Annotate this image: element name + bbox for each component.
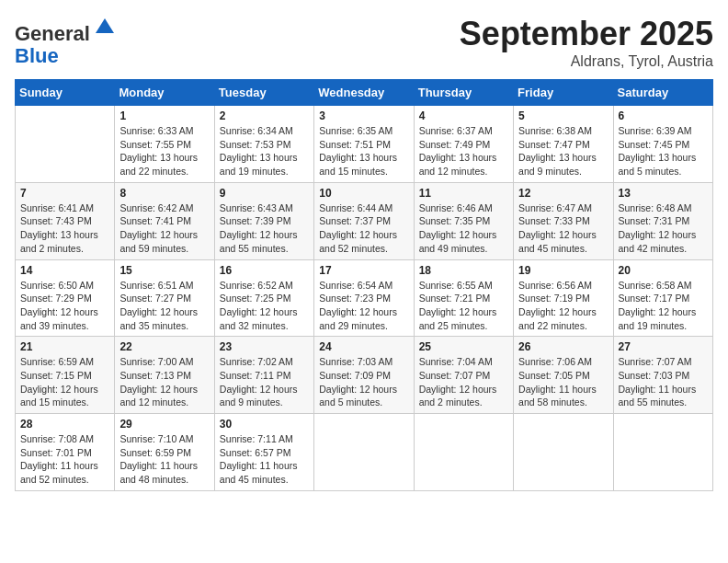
day-info: Sunrise: 6:59 AMSunset: 7:15 PMDaylight:…	[20, 355, 109, 409]
day-info: Sunrise: 7:08 AMSunset: 7:01 PMDaylight:…	[20, 432, 109, 487]
calendar-cell: 28Sunrise: 7:08 AMSunset: 7:01 PMDayligh…	[16, 414, 115, 491]
weekday-header: Tuesday	[214, 80, 313, 106]
calendar-cell: 5Sunrise: 6:38 AMSunset: 7:47 PMDaylight…	[514, 106, 613, 183]
day-info: Sunrise: 7:03 AMSunset: 7:09 PMDaylight:…	[319, 355, 408, 409]
calendar-cell: 11Sunrise: 6:46 AMSunset: 7:35 PMDayligh…	[414, 182, 513, 259]
calendar-cell: 9Sunrise: 6:43 AMSunset: 7:39 PMDaylight…	[214, 182, 313, 259]
calendar-cell: 29Sunrise: 7:10 AMSunset: 6:59 PMDayligh…	[115, 414, 214, 491]
day-number: 30	[220, 418, 309, 431]
weekday-header: Friday	[514, 80, 613, 106]
calendar-cell: 10Sunrise: 6:44 AMSunset: 7:37 PMDayligh…	[314, 182, 414, 259]
day-info: Sunrise: 6:38 AMSunset: 7:47 PMDaylight:…	[518, 124, 608, 178]
day-number: 27	[619, 340, 708, 353]
calendar-cell: 23Sunrise: 7:02 AMSunset: 7:11 PMDayligh…	[214, 337, 313, 414]
logo-blue: Blue	[15, 44, 59, 67]
svg-rect-1	[103, 24, 107, 33]
day-info: Sunrise: 6:46 AMSunset: 7:35 PMDaylight:…	[419, 201, 508, 256]
calendar-cell: 1Sunrise: 6:33 AMSunset: 7:55 PMDaylight…	[115, 106, 214, 183]
day-info: Sunrise: 7:07 AMSunset: 7:03 PMDaylight:…	[619, 355, 708, 409]
page-header: General Blue September 2025 Aldrans, Tyr…	[15, 15, 713, 70]
day-info: Sunrise: 6:42 AMSunset: 7:41 PMDaylight:…	[119, 201, 209, 256]
day-info: Sunrise: 7:06 AMSunset: 7:05 PMDaylight:…	[518, 355, 608, 409]
day-info: Sunrise: 6:44 AMSunset: 7:37 PMDaylight:…	[319, 201, 408, 256]
day-number: 2	[220, 109, 309, 122]
calendar-cell: 12Sunrise: 6:47 AMSunset: 7:33 PMDayligh…	[514, 182, 613, 259]
day-number: 6	[619, 109, 708, 122]
calendar-cell	[514, 414, 613, 491]
title-block: September 2025 Aldrans, Tyrol, Austria	[460, 15, 713, 70]
logo-icon	[92, 15, 118, 40]
day-number: 12	[518, 187, 608, 200]
weekday-header: Monday	[115, 80, 214, 106]
day-info: Sunrise: 7:04 AMSunset: 7:07 PMDaylight:…	[419, 355, 508, 409]
day-number: 22	[119, 340, 209, 353]
day-number: 15	[119, 264, 209, 277]
day-info: Sunrise: 6:39 AMSunset: 7:45 PMDaylight:…	[619, 124, 708, 178]
day-number: 9	[220, 187, 309, 200]
day-number: 3	[319, 109, 408, 122]
day-number: 14	[20, 264, 109, 277]
weekday-header: Wednesday	[314, 80, 414, 106]
day-info: Sunrise: 6:41 AMSunset: 7:43 PMDaylight:…	[20, 201, 109, 256]
calendar-cell	[16, 106, 115, 183]
calendar-cell: 27Sunrise: 7:07 AMSunset: 7:03 PMDayligh…	[613, 337, 712, 414]
calendar-cell: 6Sunrise: 6:39 AMSunset: 7:45 PMDaylight…	[613, 106, 712, 183]
day-info: Sunrise: 6:33 AMSunset: 7:55 PMDaylight:…	[119, 124, 209, 178]
calendar-week-row: 7Sunrise: 6:41 AMSunset: 7:43 PMDaylight…	[16, 182, 713, 259]
day-number: 25	[419, 340, 508, 353]
calendar-cell: 25Sunrise: 7:04 AMSunset: 7:07 PMDayligh…	[414, 337, 513, 414]
day-info: Sunrise: 6:54 AMSunset: 7:23 PMDaylight:…	[319, 279, 408, 333]
day-info: Sunrise: 7:00 AMSunset: 7:13 PMDaylight:…	[119, 355, 209, 409]
calendar-cell: 14Sunrise: 6:50 AMSunset: 7:29 PMDayligh…	[16, 259, 115, 337]
calendar-cell: 16Sunrise: 6:52 AMSunset: 7:25 PMDayligh…	[214, 259, 313, 337]
calendar-cell: 15Sunrise: 6:51 AMSunset: 7:27 PMDayligh…	[115, 259, 214, 337]
day-info: Sunrise: 6:58 AMSunset: 7:17 PMDaylight:…	[619, 279, 708, 333]
day-number: 23	[220, 340, 309, 353]
day-info: Sunrise: 7:10 AMSunset: 6:59 PMDaylight:…	[119, 432, 209, 487]
calendar-week-row: 1Sunrise: 6:33 AMSunset: 7:55 PMDaylight…	[16, 106, 713, 183]
calendar-cell: 4Sunrise: 6:37 AMSunset: 7:49 PMDaylight…	[414, 106, 513, 183]
location: Aldrans, Tyrol, Austria	[460, 53, 713, 70]
day-info: Sunrise: 6:37 AMSunset: 7:49 PMDaylight:…	[419, 124, 508, 178]
day-number: 20	[619, 264, 708, 277]
month-title: September 2025	[460, 15, 713, 53]
day-info: Sunrise: 6:55 AMSunset: 7:21 PMDaylight:…	[419, 279, 508, 333]
calendar-cell	[414, 414, 513, 491]
calendar-cell: 7Sunrise: 6:41 AMSunset: 7:43 PMDaylight…	[16, 182, 115, 259]
day-number: 11	[419, 187, 508, 200]
day-info: Sunrise: 6:51 AMSunset: 7:27 PMDaylight:…	[119, 279, 209, 333]
day-number: 5	[518, 109, 608, 122]
day-number: 19	[518, 264, 608, 277]
day-number: 4	[419, 109, 508, 122]
calendar-cell: 26Sunrise: 7:06 AMSunset: 7:05 PMDayligh…	[514, 337, 613, 414]
calendar-cell: 20Sunrise: 6:58 AMSunset: 7:17 PMDayligh…	[613, 259, 712, 337]
calendar-week-row: 28Sunrise: 7:08 AMSunset: 7:01 PMDayligh…	[16, 414, 713, 491]
weekday-header: Saturday	[613, 80, 712, 106]
day-info: Sunrise: 6:35 AMSunset: 7:51 PMDaylight:…	[319, 124, 408, 178]
calendar-cell: 30Sunrise: 7:11 AMSunset: 6:57 PMDayligh…	[214, 414, 313, 491]
weekday-header: Thursday	[414, 80, 513, 106]
day-info: Sunrise: 6:34 AMSunset: 7:53 PMDaylight:…	[220, 124, 309, 178]
calendar-cell: 13Sunrise: 6:48 AMSunset: 7:31 PMDayligh…	[613, 182, 712, 259]
calendar-cell: 19Sunrise: 6:56 AMSunset: 7:19 PMDayligh…	[514, 259, 613, 337]
calendar-cell: 22Sunrise: 7:00 AMSunset: 7:13 PMDayligh…	[115, 337, 214, 414]
calendar-cell: 21Sunrise: 6:59 AMSunset: 7:15 PMDayligh…	[16, 337, 115, 414]
calendar-table: SundayMondayTuesdayWednesdayThursdayFrid…	[15, 79, 713, 491]
calendar-week-row: 14Sunrise: 6:50 AMSunset: 7:29 PMDayligh…	[16, 259, 713, 337]
calendar-cell: 17Sunrise: 6:54 AMSunset: 7:23 PMDayligh…	[314, 259, 414, 337]
day-info: Sunrise: 6:47 AMSunset: 7:33 PMDaylight:…	[518, 201, 608, 256]
day-info: Sunrise: 6:43 AMSunset: 7:39 PMDaylight:…	[220, 201, 309, 256]
weekday-header: Sunday	[16, 80, 115, 106]
calendar-cell	[314, 414, 414, 491]
day-number: 8	[119, 187, 209, 200]
day-info: Sunrise: 7:02 AMSunset: 7:11 PMDaylight:…	[220, 355, 309, 409]
day-number: 1	[119, 109, 209, 122]
day-info: Sunrise: 6:48 AMSunset: 7:31 PMDaylight:…	[619, 201, 708, 256]
calendar-cell: 18Sunrise: 6:55 AMSunset: 7:21 PMDayligh…	[414, 259, 513, 337]
day-info: Sunrise: 6:52 AMSunset: 7:25 PMDaylight:…	[220, 279, 309, 333]
weekday-header-row: SundayMondayTuesdayWednesdayThursdayFrid…	[16, 80, 713, 106]
calendar-cell: 8Sunrise: 6:42 AMSunset: 7:41 PMDaylight…	[115, 182, 214, 259]
day-number: 26	[518, 340, 608, 353]
day-number: 21	[20, 340, 109, 353]
logo: General Blue	[15, 15, 118, 67]
